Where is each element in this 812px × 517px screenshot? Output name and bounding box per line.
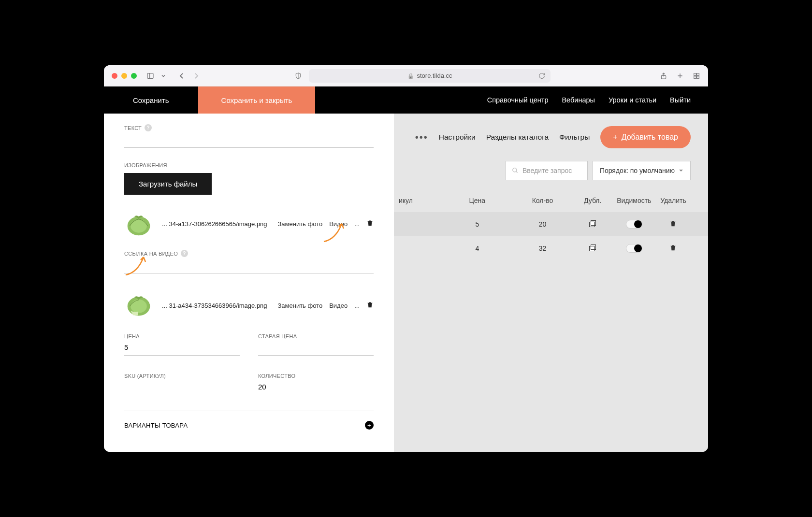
- plus-icon: +: [613, 133, 617, 142]
- visibility-toggle[interactable]: [626, 244, 642, 253]
- nav-filters[interactable]: Фильтры: [559, 133, 590, 142]
- more-link[interactable]: ...: [354, 220, 360, 228]
- svg-line-15: [516, 172, 518, 173]
- new-tab-icon[interactable]: [676, 72, 684, 80]
- app-topbar: Сохранить Сохранить и закрыть Справочный…: [104, 86, 708, 114]
- table-row[interactable]: 4 32: [394, 236, 708, 260]
- svg-rect-6: [694, 73, 696, 75]
- cell-price: 5: [442, 220, 512, 228]
- col-del: Удалить: [656, 197, 691, 204]
- duplicate-icon[interactable]: [589, 244, 596, 251]
- qty-input[interactable]: [258, 379, 374, 395]
- cell-qty: 20: [512, 220, 573, 228]
- maximize-window[interactable]: [131, 73, 137, 79]
- nav-sections[interactable]: Разделы каталога: [486, 133, 549, 142]
- forward-button[interactable]: [193, 72, 200, 79]
- upload-button[interactable]: Загрузить файлы: [124, 173, 212, 195]
- trash-icon[interactable]: [366, 301, 374, 310]
- svg-point-11: [130, 219, 147, 233]
- more-link[interactable]: ...: [354, 302, 360, 309]
- svg-rect-7: [697, 73, 699, 75]
- svg-point-14: [513, 168, 517, 172]
- browser-window: store.tilda.cc Сохранить Сохранить и зак…: [104, 65, 708, 452]
- add-product-button[interactable]: + Добавить товар: [600, 126, 691, 148]
- help-icon[interactable]: ?: [181, 250, 188, 257]
- price-input[interactable]: [124, 339, 240, 356]
- products-table: икул Цена Кол-во Дубл. Видимость Удалить…: [394, 189, 708, 452]
- lock-icon: [407, 72, 414, 79]
- help-icon[interactable]: ?: [145, 124, 152, 131]
- col-qty: Кол-во: [512, 197, 573, 204]
- col-sku: икул: [399, 197, 442, 204]
- video-link-input[interactable]: [124, 257, 374, 273]
- trash-icon[interactable]: [669, 245, 677, 253]
- nav-settings[interactable]: Настройки: [439, 133, 476, 142]
- images-label: ИЗОБРАЖЕНИЯ: [124, 162, 374, 168]
- url-text: store.tilda.cc: [417, 72, 452, 79]
- search-icon: [512, 167, 519, 174]
- sku-input[interactable]: [124, 379, 240, 395]
- trash-icon[interactable]: [669, 221, 677, 229]
- replace-photo-link[interactable]: Заменить фото: [277, 220, 322, 228]
- variants-section[interactable]: ВАРИАНТЫ ТОВАРА +: [124, 411, 374, 430]
- save-close-button[interactable]: Сохранить и закрыть: [198, 86, 316, 114]
- sidebar-toggle-icon[interactable]: [146, 72, 154, 80]
- plus-icon[interactable]: +: [365, 421, 374, 430]
- image-filename: ... 34-a137-306262666565/image.png: [162, 220, 269, 228]
- address-bar[interactable]: store.tilda.cc: [309, 69, 551, 83]
- price-label: ЦЕНА: [124, 333, 240, 339]
- qty-label: КОЛИЧЕСТВО: [258, 373, 374, 379]
- image-thumbnail[interactable]: [124, 291, 153, 320]
- minimize-window[interactable]: [121, 73, 127, 79]
- back-button[interactable]: [178, 72, 185, 79]
- image-row: ... 34-a137-306262666565/image.png Замен…: [124, 209, 374, 238]
- video-link-label: ССЫЛКА НА ВИДЕО ?: [124, 250, 374, 257]
- more-menu-icon[interactable]: •••: [415, 132, 428, 143]
- tabs-icon[interactable]: [693, 72, 700, 80]
- chevron-down-icon[interactable]: [161, 73, 166, 78]
- trash-icon[interactable]: [366, 219, 374, 228]
- search-input[interactable]: Введите запрос: [506, 161, 588, 180]
- shield-icon[interactable]: [294, 72, 302, 80]
- video-link[interactable]: Видео: [329, 302, 348, 309]
- svg-rect-9: [697, 76, 699, 78]
- nav-webinars[interactable]: Вебинары: [562, 96, 595, 104]
- product-editor: ТЕКСТ ? ИЗОБРАЖЕНИЯ Загрузить файлы ... …: [104, 114, 394, 452]
- close-window[interactable]: [112, 73, 117, 79]
- catalog-panel: ••• Настройки Разделы каталога Фильтры +…: [394, 114, 708, 452]
- nav-lessons[interactable]: Уроки и статьи: [609, 96, 656, 104]
- image-thumbnail[interactable]: [124, 209, 153, 238]
- duplicate-icon[interactable]: [589, 220, 596, 227]
- page-content: Сохранить Сохранить и закрыть Справочный…: [104, 86, 708, 452]
- svg-point-13: [130, 300, 147, 313]
- old-price-input[interactable]: [258, 339, 374, 356]
- titlebar: store.tilda.cc: [104, 65, 708, 86]
- share-icon[interactable]: [660, 72, 667, 80]
- save-button[interactable]: Сохранить: [104, 86, 198, 114]
- image-row: ... 31-a434-373534663966/image.png Замен…: [124, 291, 374, 320]
- table-row[interactable]: 5 20: [394, 212, 708, 236]
- col-price: Цена: [442, 197, 512, 204]
- nav-help[interactable]: Справочный центр: [487, 96, 549, 104]
- image-filename: ... 31-a434-373534663966/image.png: [162, 302, 269, 309]
- cell-price: 4: [442, 244, 512, 252]
- sku-label: SKU (АРТИКУЛ): [124, 373, 240, 379]
- replace-photo-link[interactable]: Заменить фото: [277, 302, 322, 309]
- window-controls: [112, 73, 137, 79]
- svg-rect-0: [147, 73, 153, 78]
- cell-qty: 32: [512, 244, 573, 252]
- visibility-toggle[interactable]: [626, 220, 642, 229]
- text-label: ТЕКСТ ?: [124, 124, 374, 131]
- variants-label: ВАРИАНТЫ ТОВАРА: [124, 422, 188, 429]
- chevron-down-icon: [679, 168, 683, 173]
- text-input[interactable]: [124, 131, 374, 148]
- col-dup: Дубл.: [573, 197, 612, 204]
- nav-logout[interactable]: Выйти: [670, 96, 691, 104]
- old-price-label: СТАРАЯ ЦЕНА: [258, 333, 374, 339]
- video-link[interactable]: Видео: [329, 220, 348, 228]
- reload-icon[interactable]: [538, 72, 546, 80]
- svg-rect-8: [694, 76, 696, 78]
- sort-select[interactable]: Порядок: по умолчанию: [593, 161, 691, 180]
